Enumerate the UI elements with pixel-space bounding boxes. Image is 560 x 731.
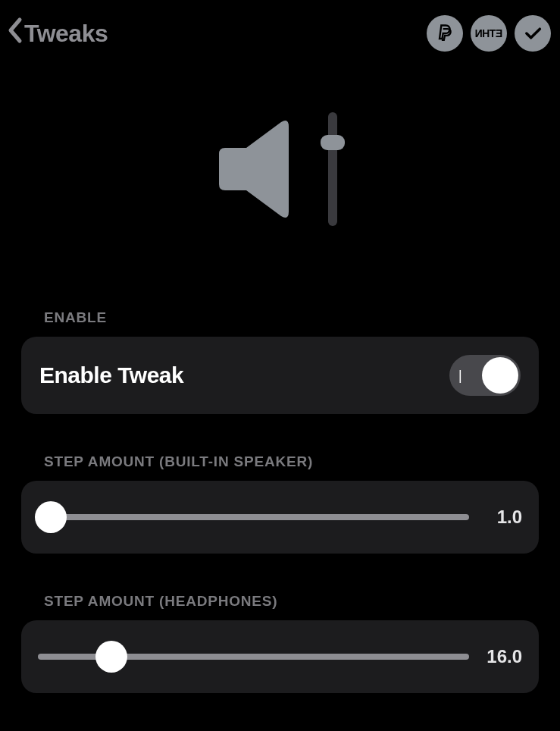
speaker-slider-card: 1.0 xyxy=(21,481,539,554)
speaker-slider-thumb xyxy=(35,501,67,533)
speaker-slider-value: 1.0 xyxy=(484,507,522,528)
content: ENABLE Enable Tweak | STEP AMOUNT (BUILT… xyxy=(0,309,560,693)
check-icon[interactable] xyxy=(515,15,551,52)
switch-on-indicator: | xyxy=(458,368,462,384)
ethn-icon[interactable]: ETHN xyxy=(471,15,507,52)
back-button[interactable]: Tweaks xyxy=(6,17,108,50)
enable-toggle-row: Enable Tweak | xyxy=(39,355,521,396)
speaker-slider-track xyxy=(38,514,469,520)
headphones-slider-value: 16.0 xyxy=(484,646,522,667)
header-actions: ETHN xyxy=(427,15,551,52)
headphones-section-header: STEP AMOUNT (HEADPHONES) xyxy=(21,593,539,610)
enable-toggle-label: Enable Tweak xyxy=(39,362,183,388)
svg-rect-1 xyxy=(321,135,345,150)
speaker-slider[interactable] xyxy=(38,504,469,531)
enable-section-header: ENABLE xyxy=(21,309,539,326)
headphones-slider-card: 16.0 xyxy=(21,620,539,693)
back-title: Tweaks xyxy=(24,20,108,48)
chevron-left-icon xyxy=(6,17,23,50)
volume-slider-icon xyxy=(213,105,348,234)
paypal-icon[interactable] xyxy=(427,15,463,52)
header: Tweaks ETHN xyxy=(0,0,560,67)
enable-toggle[interactable]: | xyxy=(449,355,521,396)
hero-icon-area xyxy=(0,67,560,309)
headphones-slider-thumb xyxy=(95,641,127,673)
svg-rect-0 xyxy=(328,112,337,226)
headphones-slider[interactable] xyxy=(38,643,469,670)
switch-knob xyxy=(482,357,518,394)
speaker-section-header: STEP AMOUNT (BUILT-IN SPEAKER) xyxy=(21,453,539,470)
enable-card: Enable Tweak | xyxy=(21,337,539,414)
